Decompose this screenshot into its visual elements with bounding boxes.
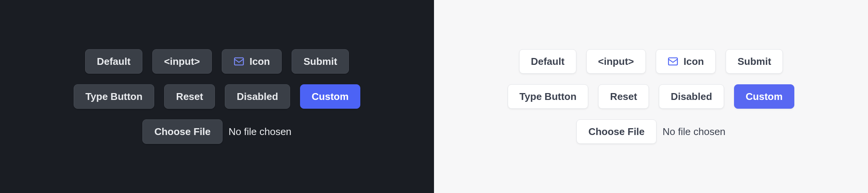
input-button[interactable]: <input> xyxy=(586,49,646,74)
dark-theme-panel: Default <input> Icon Submit Type Button … xyxy=(0,0,434,193)
choose-file-button[interactable]: Choose File xyxy=(142,119,222,144)
icon-button-label: Icon xyxy=(250,56,270,68)
button-row-2: Type Button Reset Disabled Custom xyxy=(508,84,795,109)
icon-button-label: Icon xyxy=(684,56,704,68)
button-row-1: Default <input> Icon Submit xyxy=(85,49,349,74)
type-button[interactable]: Type Button xyxy=(74,84,155,109)
button-row-2: Type Button Reset Disabled Custom xyxy=(74,84,361,109)
icon-button[interactable]: Icon xyxy=(222,49,282,74)
file-status-label: No file chosen xyxy=(663,126,726,138)
submit-button[interactable]: Submit xyxy=(726,49,783,74)
mail-icon xyxy=(234,56,244,67)
mail-icon xyxy=(668,56,678,67)
custom-button[interactable]: Custom xyxy=(734,84,795,109)
input-button[interactable]: <input> xyxy=(152,49,212,74)
custom-button[interactable]: Custom xyxy=(300,84,361,109)
default-button[interactable]: Default xyxy=(519,49,576,74)
file-input-row: Choose File No file chosen xyxy=(142,119,291,144)
choose-file-button[interactable]: Choose File xyxy=(576,119,656,144)
icon-button[interactable]: Icon xyxy=(656,49,716,74)
light-theme-panel: Default <input> Icon Submit Type Button … xyxy=(434,0,868,193)
submit-button[interactable]: Submit xyxy=(292,49,349,74)
type-button[interactable]: Type Button xyxy=(508,84,589,109)
button-row-1: Default <input> Icon Submit xyxy=(519,49,783,74)
disabled-button: Disabled xyxy=(225,84,290,109)
reset-button[interactable]: Reset xyxy=(164,84,215,109)
default-button[interactable]: Default xyxy=(85,49,142,74)
svg-rect-0 xyxy=(234,58,243,65)
file-status-label: No file chosen xyxy=(229,126,292,138)
reset-button[interactable]: Reset xyxy=(598,84,649,109)
file-input-row: Choose File No file chosen xyxy=(576,119,725,144)
svg-rect-1 xyxy=(668,58,677,65)
disabled-button: Disabled xyxy=(659,84,724,109)
